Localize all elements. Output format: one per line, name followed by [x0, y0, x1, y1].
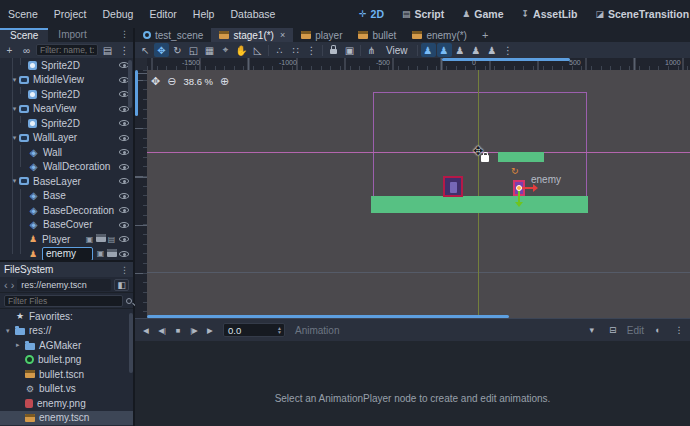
play-button[interactable]: ▶	[203, 323, 217, 337]
file-item-favorites-[interactable]: ★Favorites:	[0, 309, 133, 324]
nav-back-icon[interactable]: ‹	[4, 279, 8, 291]
dock-tab-scene[interactable]: Scene	[0, 28, 48, 42]
workspace-2d[interactable]: ✛2D	[352, 6, 391, 22]
movie-button[interactable]	[95, 234, 106, 244]
sprite-tool-2-button[interactable]: ♟	[437, 43, 452, 57]
tree-node-enemy[interactable]: ♟enemy▣	[0, 247, 133, 261]
tree-node-middleview[interactable]: ▾MiddleView	[0, 73, 133, 88]
tree-node-walllayer[interactable]: ▾WallLayer	[0, 131, 133, 146]
file-item-res-[interactable]: ▾res://	[0, 324, 133, 339]
scene-tab-bullet[interactable]: bullet	[350, 28, 404, 42]
file-item-enemy-tscn[interactable]: enemy.tscn	[0, 411, 133, 426]
list-select-tool-button[interactable]: ▦	[202, 43, 217, 57]
visibility-eye-icon[interactable]	[119, 207, 129, 213]
rotate-tool-button[interactable]: ↻	[170, 43, 185, 57]
chevron-down-icon[interactable]: ▾	[585, 323, 599, 337]
nav-forward-icon[interactable]: ›	[11, 279, 15, 291]
vertical-scrollbar[interactable]	[135, 70, 138, 116]
scene-tab-stage1-[interactable]: stage1(*)×	[211, 28, 293, 42]
smart-snap-button[interactable]: ∴	[272, 43, 287, 57]
play-from-start-button[interactable]: |▶	[187, 323, 201, 337]
file-item-enemy-png[interactable]: enemy.png	[0, 396, 133, 411]
group-node-button[interactable]: ▣	[342, 43, 357, 57]
dock-tab-import[interactable]: Import	[48, 28, 96, 42]
lock-node-button[interactable]	[326, 43, 341, 57]
pivot-tool-button[interactable]: ⌖	[218, 43, 233, 57]
menu-debug[interactable]: Debug	[94, 8, 141, 20]
visibility-eye-icon[interactable]	[119, 178, 129, 184]
workspace-script[interactable]: ▤Script	[395, 6, 451, 22]
tree-node-basedecoration[interactable]: ◈BaseDecoration	[0, 203, 133, 218]
add-scene-tab-button[interactable]: +	[475, 28, 495, 42]
movie-button[interactable]	[106, 249, 117, 259]
tree-node-wall[interactable]: ◈Wall	[0, 145, 133, 160]
menu-scene[interactable]: Scene	[0, 8, 46, 20]
center-view-icon[interactable]: ✥	[151, 75, 160, 88]
menu-help[interactable]: Help	[185, 8, 223, 20]
open-instance-button[interactable]: ▣	[84, 235, 95, 244]
platform-large[interactable]	[371, 196, 588, 213]
instance-scene-button[interactable]: ∞	[19, 43, 34, 57]
onion-skinning-icon[interactable]: ◐	[651, 323, 665, 337]
scene-tab-player[interactable]: player	[293, 28, 350, 42]
sprite-tool-3-button[interactable]: ♟	[453, 43, 468, 57]
scene-tab-test-scene[interactable]: test_scene	[135, 28, 211, 42]
visibility-eye-icon[interactable]	[119, 193, 129, 199]
more-options-button[interactable]: ⋮	[117, 43, 132, 57]
dock-menu-icon[interactable]: ⋮	[116, 28, 133, 42]
file-item-bullet-vs[interactable]: ⚙bullet.vs	[0, 382, 133, 397]
collapse-arrow-icon[interactable]: ▾	[10, 76, 19, 84]
sprite-tool-5-button[interactable]: ♟	[485, 43, 500, 57]
zoom-percent[interactable]: 38.6 %	[183, 76, 213, 87]
tree-node-nearview[interactable]: ▾NearView	[0, 102, 133, 117]
animation-time-spinbox[interactable]: 0.0 ▲▼	[223, 323, 285, 337]
filter-files-input[interactable]	[4, 295, 123, 307]
snap-options-button[interactable]: ⋮	[304, 43, 319, 57]
sprite-tool-more-button[interactable]: ⋮	[501, 43, 516, 57]
animation-menu-icon[interactable]: ⋮	[672, 323, 686, 337]
file-tree-scrollbar[interactable]	[129, 313, 133, 373]
close-tab-icon[interactable]: ×	[280, 30, 285, 40]
tree-node-base[interactable]: ◈Base	[0, 189, 133, 204]
tree-node-baselayer[interactable]: ▾BaseLayer	[0, 174, 133, 189]
player-sprite[interactable]	[443, 176, 463, 197]
horizontal-scrollbar-top[interactable]	[442, 58, 570, 61]
edit-button[interactable]: Edit	[627, 325, 644, 336]
gizmo-y-axis-arrow[interactable]	[518, 190, 520, 202]
grid-snap-button[interactable]: ∷	[288, 43, 303, 57]
visibility-eye-icon[interactable]	[119, 251, 129, 257]
gizmo-rotate-handle[interactable]: ↻	[511, 166, 519, 176]
tree-node-sprite2d[interactable]: Sprite2D	[0, 87, 133, 102]
collapse-arrow-icon[interactable]: ▾	[6, 327, 15, 335]
scene-tab-enemy-[interactable]: enemy(*)	[404, 28, 475, 42]
skeleton-options-button[interactable]: ⋔	[364, 43, 379, 57]
spinbox-arrows[interactable]: ▲▼	[277, 326, 284, 334]
play-backwards-from-end-button[interactable]: ◀	[139, 323, 153, 337]
play-backwards-button[interactable]: ◀|	[155, 323, 169, 337]
open-instance-button[interactable]: ▣	[95, 249, 106, 258]
tree-node-sprite2d[interactable]: Sprite2D	[0, 116, 133, 131]
collapse-arrow-icon[interactable]: ▾	[10, 177, 19, 185]
platform-small[interactable]	[498, 152, 544, 162]
file-item-bullet-tscn[interactable]: bullet.tscn	[0, 367, 133, 382]
file-item-bullet-png[interactable]: bullet.png	[0, 353, 133, 368]
gizmo-origin-handle[interactable]	[516, 185, 522, 191]
workspace-game[interactable]: ♟Game	[455, 6, 510, 22]
visibility-eye-icon[interactable]	[119, 164, 129, 170]
node-rename-input[interactable]: enemy	[42, 247, 93, 260]
filesystem-menu-icon[interactable]: ⋮	[120, 265, 129, 275]
visibility-eye-icon[interactable]	[119, 120, 129, 126]
pan-tool-button[interactable]: ✋	[234, 43, 249, 57]
menu-project[interactable]: Project	[46, 8, 95, 20]
scene-tree-scrollbar[interactable]	[128, 60, 132, 108]
animation-name-dropdown[interactable]: Animation	[295, 325, 583, 336]
split-dock-icon[interactable]: ◧	[114, 279, 129, 291]
scale-tool-button[interactable]: ◱	[186, 43, 201, 57]
workspace-scene-transition[interactable]: ◪SceneTransition	[588, 6, 690, 22]
scene-filter-input[interactable]	[36, 44, 98, 56]
collapse-arrow-icon[interactable]: ▾	[10, 105, 19, 113]
zoom-in-button[interactable]: ⊕	[220, 75, 229, 88]
visibility-eye-icon[interactable]	[119, 135, 129, 141]
zoom-out-button[interactable]: ⊖	[167, 75, 176, 88]
visibility-eye-icon[interactable]	[119, 236, 129, 242]
